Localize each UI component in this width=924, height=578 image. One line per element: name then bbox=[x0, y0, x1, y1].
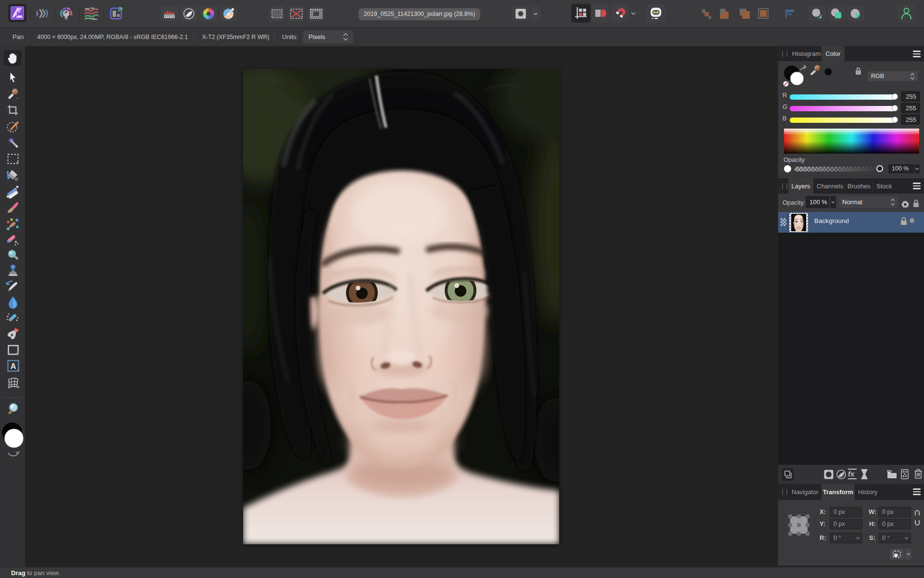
svg-text:A: A bbox=[11, 362, 16, 370]
